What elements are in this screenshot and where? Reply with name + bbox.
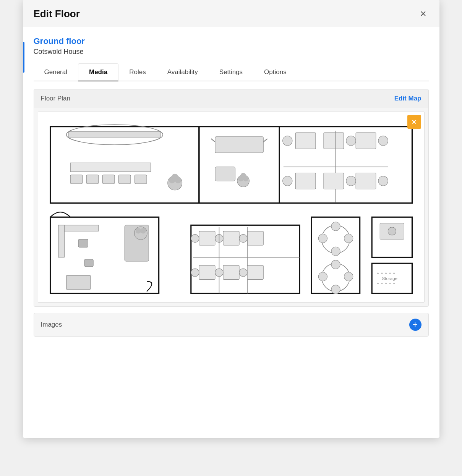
modal-header: Edit Floor ×	[23, 0, 439, 27]
tab-settings[interactable]: Settings	[209, 63, 253, 81]
svg-point-20	[240, 173, 246, 179]
svg-rect-24	[323, 133, 344, 149]
svg-rect-60	[247, 266, 263, 280]
svg-point-69	[318, 272, 327, 281]
svg-point-84	[381, 283, 383, 284]
floor-plan-remove-button[interactable]: ×	[407, 115, 421, 129]
svg-point-80	[385, 272, 386, 274]
floor-plan-svg: Storage	[38, 112, 424, 302]
svg-rect-51	[247, 231, 263, 245]
svg-point-25	[346, 136, 355, 146]
svg-rect-6	[102, 175, 115, 184]
floor-plan-section: Floor Plan Edit Map ×	[34, 89, 429, 307]
svg-point-81	[389, 272, 391, 274]
svg-rect-49	[223, 231, 239, 245]
svg-rect-39	[78, 239, 88, 247]
svg-rect-3	[68, 131, 160, 138]
svg-point-83	[377, 283, 378, 284]
tab-roles[interactable]: Roles	[118, 63, 156, 81]
svg-rect-34	[356, 173, 376, 189]
images-title: Images	[41, 321, 62, 329]
svg-rect-58	[223, 266, 239, 280]
svg-point-42	[135, 228, 141, 234]
svg-rect-8	[135, 175, 147, 184]
tab-general[interactable]: General	[34, 63, 78, 81]
svg-point-33	[378, 136, 388, 146]
close-modal-button[interactable]: ×	[418, 8, 428, 20]
floor-plan-image-container: ×	[38, 112, 425, 303]
svg-rect-5	[86, 175, 99, 184]
svg-point-64	[318, 234, 327, 243]
svg-point-75	[388, 227, 396, 235]
tab-content: Floor Plan Edit Map ×	[34, 81, 429, 337]
svg-rect-22	[295, 133, 316, 149]
svg-point-79	[381, 272, 383, 274]
close-orange-icon: ×	[412, 118, 417, 126]
svg-point-82	[393, 272, 394, 274]
svg-point-61	[239, 269, 247, 277]
svg-point-59	[215, 269, 223, 277]
edit-map-button[interactable]: Edit Map	[394, 95, 421, 102]
svg-point-67	[331, 247, 340, 256]
tab-availability[interactable]: Availability	[157, 63, 209, 81]
svg-point-29	[282, 176, 292, 186]
svg-point-48	[191, 235, 199, 243]
svg-point-41	[134, 227, 147, 240]
add-icon: +	[413, 321, 418, 329]
images-section: Images +	[34, 313, 429, 337]
svg-point-86	[389, 283, 391, 284]
svg-rect-9	[70, 163, 151, 172]
svg-point-72	[331, 285, 340, 294]
svg-point-13	[172, 174, 178, 180]
svg-point-35	[378, 176, 388, 186]
svg-point-23	[282, 136, 292, 146]
svg-text:Storage: Storage	[382, 276, 397, 281]
svg-rect-44	[84, 259, 93, 267]
svg-point-66	[331, 222, 340, 231]
svg-point-70	[344, 272, 353, 281]
svg-rect-16	[215, 167, 235, 181]
svg-rect-7	[118, 175, 131, 184]
tab-bar: General Media Roles Availability Setting…	[34, 63, 429, 81]
modal-title: Edit Floor	[34, 8, 80, 20]
floor-plan-title: Floor Plan	[41, 95, 70, 102]
edit-floor-modal: Edit Floor × Ground floor Cotswold House…	[23, 0, 439, 438]
svg-rect-47	[199, 231, 215, 245]
svg-point-43	[140, 228, 146, 234]
svg-rect-4	[70, 175, 83, 184]
svg-point-85	[385, 283, 386, 284]
left-accent-bar	[23, 42, 24, 73]
svg-rect-45	[66, 275, 90, 290]
images-header: Images +	[34, 313, 428, 336]
svg-point-65	[344, 234, 353, 243]
add-image-button[interactable]: +	[409, 319, 421, 331]
tab-media[interactable]: Media	[78, 63, 118, 81]
floor-plan-header: Floor Plan Edit Map	[34, 89, 428, 108]
building-name: Cotswold House	[34, 48, 429, 56]
svg-rect-15	[215, 137, 263, 153]
svg-point-57	[191, 269, 199, 277]
svg-point-78	[377, 272, 378, 274]
svg-point-31	[346, 176, 355, 186]
tab-options[interactable]: Options	[253, 63, 297, 81]
svg-point-71	[331, 260, 340, 269]
svg-rect-30	[323, 173, 344, 189]
svg-point-52	[239, 235, 247, 243]
floor-name: Ground floor	[34, 36, 429, 46]
modal-body: Ground floor Cotswold House General Medi…	[23, 27, 439, 337]
svg-rect-28	[295, 173, 316, 189]
svg-rect-32	[356, 133, 376, 149]
svg-rect-56	[199, 266, 215, 280]
svg-rect-38	[58, 225, 64, 257]
svg-point-87	[393, 283, 394, 284]
